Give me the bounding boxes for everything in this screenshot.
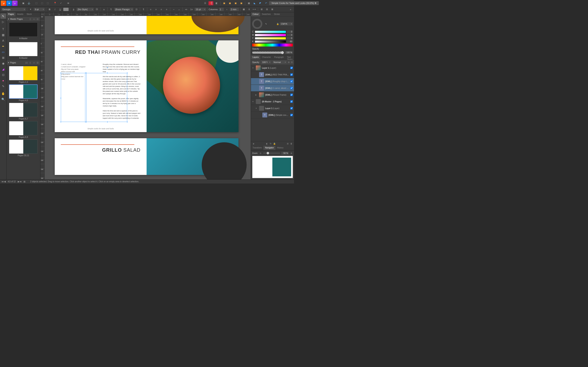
para-style-select[interactable]: [Basic Paragraph]	[114, 8, 133, 11]
facing-icon[interactable]: ▯▯	[25, 61, 28, 64]
selection-frame[interactable]	[86, 73, 127, 122]
selection-frame[interactable]	[61, 73, 85, 122]
order-backward-icon[interactable]: ▣	[227, 1, 232, 6]
spread-4-5[interactable]: RED THAI PRAWN CURRY 1 carrot, sliced 1 …	[55, 40, 238, 132]
rectangle-tool[interactable]: ▭	[0, 49, 6, 55]
flip-v-icon[interactable]: ◤	[258, 1, 263, 6]
page-thumb[interactable]: Pages 2,3	[9, 66, 38, 83]
visibility-checkbox[interactable]	[290, 107, 293, 109]
crop-tool[interactable]: ⊡	[0, 72, 6, 77]
transform-tab[interactable]: Transform	[251, 146, 263, 150]
char-style-select[interactable]: [No Style]	[77, 8, 94, 11]
valign-top-button[interactable]: ⫟	[172, 7, 176, 11]
file-icon[interactable]: ▣	[21, 1, 26, 6]
chevron-icon[interactable]: ▼	[252, 101, 255, 103]
visibility-checkbox[interactable]	[290, 73, 293, 76]
page-thumb[interactable]: Pages 10,11	[9, 140, 38, 157]
select-icon[interactable]: ⬚	[34, 1, 39, 6]
order-front-icon[interactable]: ▣	[239, 1, 244, 6]
font-family-select[interactable]: Georgia	[1, 8, 26, 11]
spread-icon[interactable]: ▭	[33, 17, 35, 20]
history-tab[interactable]: History	[276, 146, 285, 150]
insert-icon-2[interactable]: ⊟	[265, 7, 269, 11]
vertical-ruler[interactable]: -60-40-200204060801001201401601802002202…	[40, 16, 44, 179]
page-thumb[interactable]: Pages 4,5	[9, 84, 38, 101]
baseline-icon[interactable]: ☰	[203, 1, 208, 6]
zoom-out-icon[interactable]: ⊖	[259, 152, 262, 155]
layer-opacity-select[interactable]: 100 %	[261, 60, 271, 64]
overflow-icon[interactable]: »	[288, 7, 293, 11]
numbers-button[interactable]: 1≡	[189, 7, 194, 11]
colour-tab[interactable]: Colour	[251, 12, 260, 17]
select-icon-3[interactable]: ⬚	[45, 1, 50, 6]
typography-icon[interactable]: a	[102, 7, 106, 11]
lock-icon[interactable]: 🔒	[273, 142, 276, 145]
layers-tab[interactable]: Layers	[251, 55, 260, 59]
last-page-icon[interactable]: ⏭	[20, 180, 22, 183]
paragraph-icon[interactable]: ¶	[141, 7, 146, 11]
preview-icon[interactable]: 👁	[66, 1, 71, 6]
gear-icon[interactable]: ⚙	[288, 61, 290, 64]
opacity-value[interactable]: 100 %	[285, 51, 293, 54]
colour-picker-tool[interactable]: ●	[0, 78, 6, 83]
opacity-slider[interactable]	[252, 52, 284, 54]
move-tool[interactable]: ↖	[0, 13, 6, 19]
blend-mode-select[interactable]: Normal	[272, 60, 287, 64]
bold-button[interactable]: B	[47, 7, 52, 11]
page-thumb[interactable]: Pages 8,9	[9, 121, 38, 138]
spectrum-bar[interactable]	[252, 44, 293, 47]
colour-well[interactable]	[252, 19, 262, 29]
paragraph-tab[interactable]: Paragraph	[273, 55, 285, 59]
prev-page-icon[interactable]: ◀	[4, 180, 6, 183]
insert-icon-3[interactable]: ⊠	[270, 7, 274, 11]
select-icon-2[interactable]: ⬚	[40, 1, 44, 6]
chevron-icon[interactable]: ▼	[252, 67, 255, 69]
visibility-checkbox[interactable]	[290, 100, 293, 103]
underline-button[interactable]: U	[58, 7, 62, 11]
pages-tab[interactable]: Pages	[7, 12, 16, 17]
canvas[interactable]: mm 0204060801001201401601802002202402602…	[40, 12, 251, 179]
clip-icon[interactable]: ◧	[214, 1, 219, 6]
fill-tool[interactable]: ◢	[0, 67, 6, 72]
menu-icon[interactable]: ☰	[291, 61, 293, 64]
magenta-slider[interactable]	[255, 34, 286, 36]
navigator-tab[interactable]: Navigator	[263, 146, 276, 150]
spread-icon[interactable]: ▭	[33, 61, 35, 64]
flip-h-icon[interactable]: ◣	[252, 1, 257, 6]
hand-tool[interactable]: ✋	[0, 91, 6, 96]
lock-icon[interactable]: 🔒	[277, 23, 279, 25]
wrap-icon[interactable]: ▦	[242, 7, 246, 11]
font-size-select[interactable]: 9 pt	[34, 8, 45, 11]
first-page-icon[interactable]: ⏮	[2, 180, 4, 183]
black-value[interactable]: 60	[287, 40, 293, 43]
zoom-slider[interactable]	[263, 153, 280, 154]
ligatures-icon[interactable]: fi	[247, 7, 251, 11]
fx-icon[interactable]: fx	[269, 142, 272, 145]
add-layer-icon[interactable]: ⊞	[286, 142, 289, 145]
table-tool[interactable]: ▦	[0, 32, 6, 38]
para-style-icon[interactable]: ¶	[109, 7, 113, 11]
horizontal-ruler[interactable]: 0204060801001201401601802002202402602803…	[44, 12, 251, 16]
layer-item[interactable]: ▼(B-Master - 2 Pages)	[251, 98, 294, 105]
layer-item[interactable]: T[IDML] (Simple cooks for	[251, 112, 294, 118]
update-char-style-icon[interactable]: ⓐ	[95, 7, 99, 11]
layer-item[interactable]: ▶[IDML] (Picture Frame)	[251, 92, 294, 98]
text-frame-tool[interactable]: T	[0, 26, 6, 32]
align-icon[interactable]: ▦	[246, 1, 251, 6]
master-thumb[interactable]: A-Master	[9, 22, 38, 40]
designer-persona-icon[interactable]: ◢	[1, 1, 6, 6]
layer-item[interactable]: ▼Layer 1 (Layer)	[251, 65, 294, 71]
pen-tool[interactable]: ✒	[0, 44, 6, 49]
text-styles-tab[interactable]: Text Styles	[285, 55, 294, 59]
eyedropper-tool[interactable]: ✎	[0, 83, 6, 89]
char-style-icon[interactable]: a̲	[71, 7, 76, 11]
gutter-icon[interactable]: ⫞	[225, 7, 229, 11]
zoom-tool[interactable]: 🔍	[0, 97, 6, 102]
zoom-in-icon[interactable]: ⊕	[290, 152, 293, 155]
stock-tab[interactable]: Stock	[25, 12, 33, 17]
pages-header[interactable]: ▼ Pages ▯▯ ▯ ▭ ⊡	[7, 60, 40, 65]
visibility-checkbox[interactable]	[290, 67, 293, 69]
italic-button[interactable]: I	[53, 7, 57, 11]
valign-mid-button[interactable]: ⫠	[177, 7, 181, 11]
photo-persona-icon[interactable]: ◆	[7, 1, 12, 6]
